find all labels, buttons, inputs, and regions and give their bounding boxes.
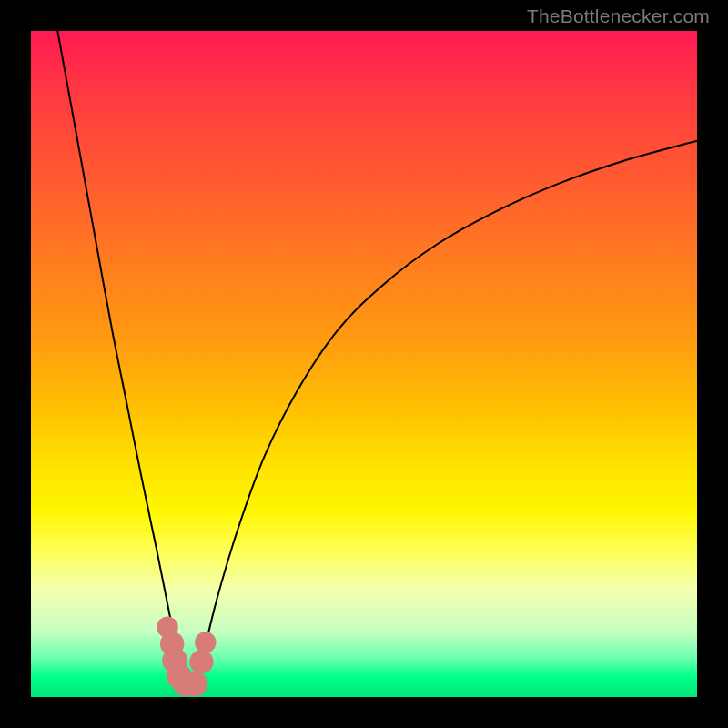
curve-right-branch — [195, 141, 697, 684]
chart-frame: TheBottlenecker.com — [0, 0, 728, 728]
curves-svg — [31, 31, 697, 697]
data-marker — [189, 650, 213, 673]
curve-left-branch — [57, 31, 186, 683]
data-marker — [195, 632, 216, 652]
plot-area — [31, 31, 697, 697]
data-marker — [182, 671, 207, 696]
marker-group — [157, 616, 216, 696]
watermark-text: TheBottlenecker.com — [527, 5, 710, 27]
